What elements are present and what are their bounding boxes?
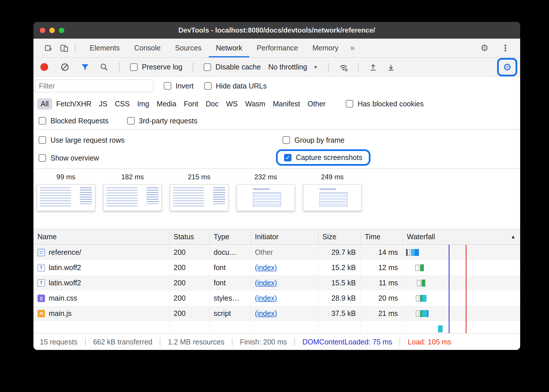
third-party-requests-checkbox[interactable] [127, 117, 135, 125]
frame-timestamp: 215 ms [170, 173, 228, 183]
request-type: script [210, 306, 251, 321]
initiator-link[interactable]: (index) [255, 294, 277, 302]
request-type: styles… [210, 291, 251, 306]
minimize-button[interactable] [49, 28, 55, 33]
clear-network-log-icon[interactable] [60, 63, 69, 72]
screenshot-thumbnail[interactable] [236, 184, 295, 211]
divider [75, 44, 76, 53]
table-row[interactable]: latin.woff2 200 font (index) 15.2 kB 12 … [33, 260, 520, 275]
column-header-initiator[interactable]: Initiator [251, 229, 318, 244]
third-party-requests-toggle[interactable]: 3rd-party requests [127, 117, 198, 125]
type-filter-other[interactable]: Other [304, 98, 329, 110]
blocked-requests-toggle[interactable]: Blocked Requests [39, 117, 109, 125]
type-filter-doc[interactable]: Doc [202, 98, 222, 110]
network-conditions-icon[interactable] [339, 62, 348, 72]
import-har-icon[interactable] [368, 63, 378, 72]
filter-icon[interactable] [80, 63, 90, 72]
maximize-button[interactable] [59, 28, 64, 33]
filmstrip-frame[interactable]: 249 ms [303, 173, 362, 211]
tab-network[interactable]: Network [209, 39, 250, 57]
type-filter-wasm[interactable]: Wasm [242, 98, 269, 110]
tab-sources[interactable]: Sources [168, 39, 209, 57]
type-filter-js[interactable]: JS [95, 98, 111, 110]
hide-data-urls-checkbox[interactable] [204, 82, 212, 90]
table-row[interactable]: main.js 200 script (index) 37.5 kB 21 ms [33, 306, 520, 321]
load-time: Load: 105 ms [408, 338, 452, 346]
search-icon[interactable] [99, 63, 109, 72]
export-har-icon[interactable] [386, 63, 396, 72]
close-button[interactable] [40, 28, 45, 33]
request-initiator: Other [251, 245, 318, 260]
has-blocked-cookies-checkbox[interactable] [346, 100, 353, 108]
invert-toggle[interactable]: Invert [164, 82, 194, 90]
capture-screenshots-checkbox[interactable]: ✓ [284, 154, 292, 161]
divider [328, 63, 329, 72]
tab-memory[interactable]: Memory [305, 39, 345, 57]
disable-cache-toggle[interactable]: Disable cache [204, 63, 261, 71]
filmstrip: 99 ms 182 ms 215 ms 232 ms 249 ms [33, 169, 520, 229]
table-row[interactable]: latin.woff2 200 font (index) 15.5 kB 11 … [33, 275, 520, 291]
frame-timestamp: 182 ms [103, 173, 162, 183]
filmstrip-frame[interactable]: 99 ms [37, 173, 95, 211]
more-tabs-icon[interactable]: » [346, 39, 359, 57]
use-large-request-rows-toggle[interactable]: Use large request rows [39, 136, 125, 144]
show-overview-toggle[interactable]: Show overview [39, 154, 99, 162]
table-row[interactable]: reference/ 200 docu… Other 29.7 kB 14 ms [33, 245, 520, 260]
column-header-type[interactable]: Type [210, 229, 251, 244]
hide-data-urls-toggle[interactable]: Hide data URLs [204, 82, 267, 90]
waterfall-bar [416, 310, 428, 317]
table-row-partial[interactable] [33, 321, 520, 333]
tab-console[interactable]: Console [127, 39, 168, 57]
column-header-status[interactable]: Status [170, 229, 210, 244]
device-toolbar-icon[interactable] [57, 39, 72, 57]
blocked-requests-checkbox[interactable] [39, 117, 46, 125]
invert-checkbox[interactable] [164, 82, 171, 90]
window-controls [40, 22, 64, 39]
record-network-log-button[interactable] [40, 63, 48, 71]
title-bar: DevTools - localhost:8080/docs/devtools/… [33, 22, 520, 39]
group-by-frame-checkbox[interactable] [283, 136, 290, 144]
initiator-link[interactable]: (index) [255, 309, 277, 318]
type-filter-img[interactable]: Img [134, 98, 153, 110]
column-header-name[interactable]: Name [33, 229, 170, 244]
type-filter-ws[interactable]: WS [223, 98, 241, 110]
type-filter-all[interactable]: All [37, 98, 52, 110]
screenshot-thumbnail[interactable] [303, 184, 362, 211]
type-filter-font[interactable]: Font [180, 98, 202, 110]
more-options-icon[interactable]: ⋮ [501, 44, 510, 52]
devtools-settings-gear-icon[interactable]: ⚙ [480, 44, 488, 52]
throttling-select[interactable]: No throttling ▼ [268, 63, 318, 71]
type-filter-media[interactable]: Media [153, 98, 180, 110]
panel-tabs: Elements Console Sources Network Perform… [82, 39, 359, 57]
type-filter-manifest[interactable]: Manifest [269, 98, 303, 110]
screenshot-thumbnail[interactable] [103, 184, 162, 211]
has-blocked-cookies-toggle[interactable]: Has blocked cookies [346, 100, 424, 108]
preserve-log-checkbox[interactable] [130, 63, 138, 71]
filmstrip-frame[interactable]: 215 ms [170, 173, 228, 211]
filter-bar: Invert Hide data URLs [33, 77, 520, 95]
type-filter-fetch-xhr[interactable]: Fetch/XHR [53, 98, 95, 110]
group-by-frame-toggle[interactable]: Group by frame [283, 136, 345, 144]
type-filter-css[interactable]: CSS [111, 98, 133, 110]
inspect-element-icon[interactable] [41, 39, 57, 57]
filmstrip-frame[interactable]: 232 ms [236, 173, 295, 211]
show-overview-checkbox[interactable] [39, 154, 46, 162]
screenshot-thumbnail[interactable] [37, 184, 95, 211]
column-header-waterfall[interactable]: Waterfall ▲ [403, 229, 520, 244]
resources-size: 1.2 MB resources [168, 338, 224, 346]
filmstrip-frame[interactable]: 182 ms [103, 173, 162, 211]
column-header-size[interactable]: Size [318, 229, 361, 244]
initiator-link[interactable]: (index) [255, 279, 277, 287]
table-row[interactable]: main.css 200 styles… (index) 28.9 kB 20 … [33, 291, 520, 306]
preserve-log-toggle[interactable]: Preserve log [130, 63, 182, 71]
initiator-link[interactable]: (index) [255, 263, 277, 272]
use-large-request-rows-checkbox[interactable] [39, 136, 46, 144]
disable-cache-checkbox[interactable] [204, 63, 211, 71]
column-header-time[interactable]: Time [361, 229, 403, 244]
tab-performance[interactable]: Performance [249, 39, 305, 57]
annotation-ring-capture-screenshots: ✓ Capture screenshots [276, 149, 371, 166]
network-settings-gear-icon[interactable]: ⚙ [503, 62, 512, 72]
screenshot-thumbnail[interactable] [170, 184, 228, 211]
tab-elements[interactable]: Elements [82, 39, 127, 57]
filter-input[interactable] [35, 80, 153, 92]
